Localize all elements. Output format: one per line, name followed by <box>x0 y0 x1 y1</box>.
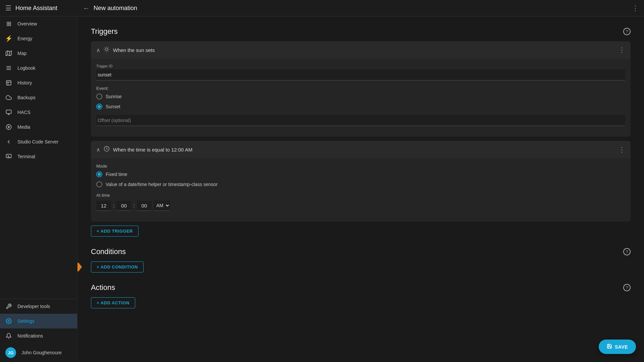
sunset-radio[interactable] <box>96 104 102 110</box>
settings-icon <box>5 318 12 324</box>
sunset-label: Sunset <box>106 104 120 109</box>
sidebar-item-notifications[interactable]: Notifications <box>0 328 77 343</box>
add-action-button[interactable]: + ADD ACTION <box>91 297 135 308</box>
trigger2-more-icon[interactable]: ⋮ <box>619 145 625 154</box>
username-label: John Goughenoure <box>21 350 62 355</box>
time-sep-1: : <box>113 203 114 209</box>
minute-input[interactable] <box>116 201 131 211</box>
trigger-id-input[interactable] <box>96 69 625 80</box>
sidebar-item-logbook[interactable]: Logbook <box>0 61 77 75</box>
sidebar-item-label: Studio Code Server <box>17 139 58 144</box>
event-field: Event: Sunrise Sunset <box>96 86 625 110</box>
event-radio-group: Sunrise Sunset <box>96 94 625 110</box>
sidebar-item-user[interactable]: JG John Goughenoure <box>0 343 77 362</box>
svg-marker-0 <box>6 51 12 56</box>
fixed-time-label: Fixed time <box>106 172 127 177</box>
mode-radio-group: Fixed time Value of a date/time helper o… <box>96 171 625 187</box>
sidebar-item-studio[interactable]: Studio Code Server <box>0 134 77 149</box>
more-options-icon[interactable]: ⋮ <box>632 4 639 12</box>
svg-point-17 <box>105 48 108 51</box>
datetime-option[interactable]: Value of a date/time helper or timestamp… <box>96 181 625 187</box>
offset-input[interactable] <box>96 115 625 126</box>
svg-point-16 <box>8 320 10 322</box>
add-condition-section: 3 + ADD CONDITION <box>91 261 631 273</box>
svg-line-25 <box>108 47 109 48</box>
second-input[interactable] <box>137 201 152 211</box>
sidebar-item-settings[interactable]: Settings <box>0 314 77 328</box>
hour-input[interactable] <box>96 201 111 211</box>
sunrise-radio[interactable] <box>96 94 102 100</box>
trigger-id-label: Trigger ID <box>96 64 625 68</box>
sunrise-option[interactable]: Sunrise <box>96 94 625 100</box>
triggers-help-icon[interactable]: ? <box>623 28 631 35</box>
mode-field: Mode Fixed time Value of a date/time hel… <box>96 164 625 187</box>
svg-line-24 <box>105 51 105 51</box>
add-action-section: + ADD ACTION <box>91 297 631 308</box>
notification-icon <box>5 333 12 339</box>
svg-point-12 <box>6 125 11 130</box>
arrow-badge-3: 3 <box>77 263 82 272</box>
trigger1-more-icon[interactable]: ⋮ <box>619 46 625 54</box>
sidebar-item-label: Media <box>17 124 30 130</box>
trigger2-title: When the time is equal to 12:00 AM <box>113 147 615 153</box>
fixed-time-option[interactable]: Fixed time <box>96 171 625 177</box>
conditions-help-icon[interactable]: ? <box>623 248 631 255</box>
svg-rect-9 <box>6 110 11 114</box>
conditions-title: Conditions <box>91 247 126 256</box>
menu-icon[interactable]: ☰ <box>5 4 11 12</box>
notifications-label: Notifications <box>17 333 43 339</box>
sidebar-item-label: Settings <box>17 318 35 324</box>
save-button[interactable]: SAVE <box>599 340 636 354</box>
actions-help-icon[interactable]: ? <box>623 284 631 291</box>
annotation-3: 3 <box>77 263 82 272</box>
clock-icon <box>104 146 110 154</box>
sidebar-item-developer[interactable]: Developer tools <box>0 299 77 314</box>
app-title: Home Assistant <box>15 5 57 12</box>
sidebar-item-label: Overview <box>17 21 37 26</box>
sidebar-item-label: HACS <box>17 110 31 115</box>
avatar: JG <box>5 347 16 358</box>
sidebar-item-overview[interactable]: ⊞ Overview <box>0 16 77 31</box>
add-trigger-label: + ADD TRIGGER <box>97 229 133 234</box>
map-icon <box>5 50 12 57</box>
add-condition-button[interactable]: + ADD CONDITION <box>91 261 144 273</box>
conditions-section-header: Conditions ? <box>91 247 631 256</box>
topbar-center: ← New automation <box>83 4 632 12</box>
trigger2-collapse-icon[interactable]: ∧ <box>96 146 100 153</box>
add-condition-label: + ADD CONDITION <box>97 264 138 269</box>
sidebar-item-backups[interactable]: Backups <box>0 90 77 105</box>
topbar: ☰ Home Assistant ← New automation ⋮ <box>0 0 644 16</box>
time-row: : : AM PM <box>96 200 625 211</box>
main-layout: ⊞ Overview ⚡ Energy Map Logbook History <box>0 16 644 362</box>
sidebar-item-energy[interactable]: ⚡ Energy <box>0 31 77 46</box>
sunset-option[interactable]: Sunset <box>96 104 625 110</box>
at-time-label: At time <box>96 193 625 198</box>
trigger1-card: ∧ When the sun sets ⋮ Trigger ID Event: <box>91 41 631 137</box>
media-icon <box>5 124 12 130</box>
sidebar-item-hacs[interactable]: HACS <box>0 105 77 120</box>
offset-field <box>96 115 625 126</box>
svg-marker-13 <box>8 126 10 128</box>
ampm-select[interactable]: AM PM <box>154 200 170 211</box>
triggers-section-header: Triggers ? <box>91 27 631 36</box>
sidebar-item-media[interactable]: Media <box>0 120 77 134</box>
sidebar-item-label: Developer tools <box>17 304 50 309</box>
trigger2-body: Mode Fixed time Value of a date/time hel… <box>91 158 631 222</box>
sidebar-item-terminal[interactable]: Terminal <box>0 149 77 164</box>
back-icon[interactable]: ← <box>83 4 90 12</box>
topbar-right: ⋮ <box>632 4 639 12</box>
add-trigger-button[interactable]: + ADD TRIGGER <box>91 226 139 237</box>
sidebar-item-label: Map <box>17 51 26 56</box>
sidebar-item-label: Energy <box>17 36 32 41</box>
content-area: Triggers ? ∧ When the sun sets ⋮ Trigger… <box>77 16 644 362</box>
sidebar-item-label: Terminal <box>17 154 35 159</box>
sidebar-item-label: Backups <box>17 95 36 100</box>
hacs-icon <box>5 109 12 116</box>
trigger1-collapse-icon[interactable]: ∧ <box>96 47 100 53</box>
sidebar-item-history[interactable]: History <box>0 75 77 90</box>
trigger-id-field: Trigger ID <box>96 64 625 80</box>
fixed-time-radio[interactable] <box>96 171 102 177</box>
time-sep-2: : <box>133 203 135 209</box>
sidebar-item-map[interactable]: Map <box>0 46 77 61</box>
datetime-radio[interactable] <box>96 181 102 187</box>
